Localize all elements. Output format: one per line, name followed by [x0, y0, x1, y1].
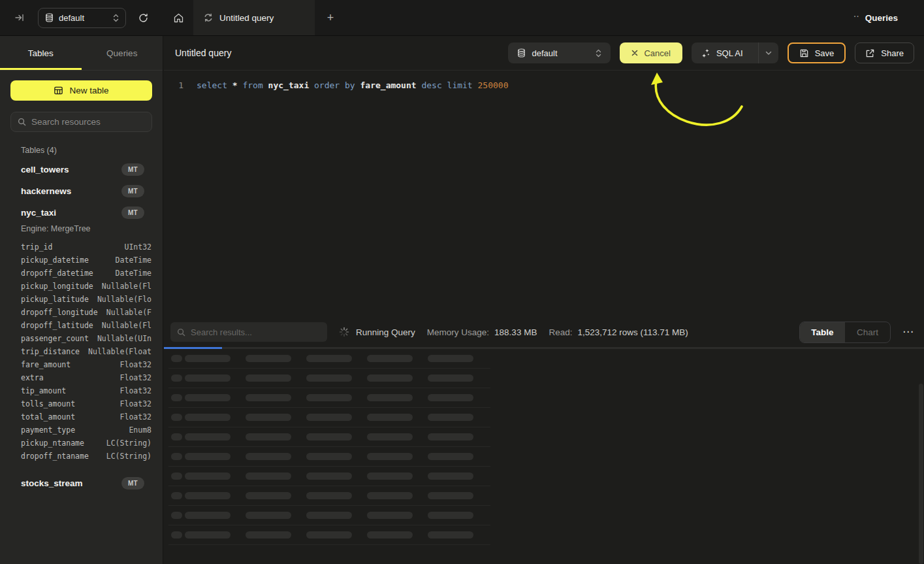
home-button[interactable]	[163, 0, 193, 35]
table-name: hackernews	[21, 186, 71, 196]
column-row[interactable]: pickup_datetimeDateTime	[21, 254, 151, 267]
spinner-icon	[339, 327, 349, 337]
skeleton-row	[168, 369, 490, 388]
skeleton-pill	[185, 394, 231, 401]
skeleton-pill	[428, 473, 473, 480]
search-icon	[177, 328, 185, 337]
skeleton-pill	[185, 512, 231, 519]
sql-token: select	[197, 80, 227, 90]
skeleton-pill	[185, 414, 231, 421]
skeleton-row	[168, 506, 490, 525]
skeleton-pill	[306, 433, 352, 440]
column-row[interactable]: total_amountFloat32	[21, 410, 151, 423]
toggle-table[interactable]: Table	[800, 322, 845, 342]
column-row[interactable]: dropoff_ntanameLC(String)	[21, 450, 151, 463]
column-row[interactable]: pickup_latitudeNullable(Flo	[21, 293, 151, 306]
column-name: tolls_amount	[21, 399, 75, 408]
column-type: UInt32	[124, 242, 151, 252]
new-tab-button[interactable]: +	[315, 0, 346, 35]
table-name: nyc_taxi	[21, 208, 56, 218]
column-row[interactable]: tolls_amountFloat32	[21, 397, 151, 410]
sql-ai-dropdown[interactable]	[758, 42, 778, 63]
skeleton-row	[168, 408, 490, 427]
column-row[interactable]: dropoff_datetimeDateTime	[21, 267, 151, 280]
column-type: Float32	[120, 360, 151, 369]
column-row[interactable]: pickup_longitudeNullable(Fl	[21, 280, 151, 293]
queries-link-label: Queries	[865, 13, 898, 23]
column-type: LC(String)	[106, 439, 151, 448]
query-header: Untitled query default Cancel	[164, 36, 924, 71]
table-row-stocks-stream[interactable]: stocks_stream MT	[10, 473, 152, 494]
queries-link[interactable]: ·· Queries	[853, 0, 924, 35]
search-results-input[interactable]	[191, 327, 321, 337]
sidebar-tab-tables[interactable]: Tables	[0, 36, 82, 70]
tab-untitled-query[interactable]: Untitled query	[193, 0, 315, 35]
column-row[interactable]: trip_distanceNullable(Float	[21, 345, 151, 358]
cancel-button[interactable]: Cancel	[620, 42, 682, 63]
column-name: total_amount	[21, 412, 75, 422]
results-scrollbar[interactable]	[919, 384, 923, 564]
results-search[interactable]	[170, 322, 327, 342]
refresh-icon[interactable]	[135, 10, 151, 26]
table-row-nyc-taxi[interactable]: nyc_taxi MT	[10, 202, 152, 224]
query-database-selector[interactable]: default	[508, 42, 611, 63]
sql-token: order	[314, 80, 340, 90]
column-name: payment_type	[21, 425, 75, 435]
table-row-cell-towers[interactable]: cell_towers MT	[10, 159, 152, 180]
column-row[interactable]: pickup_ntanameLC(String)	[21, 437, 151, 450]
sql-ai-main[interactable]: SQL AI	[692, 42, 752, 63]
skeleton-pill	[171, 414, 182, 421]
more-options-button[interactable]: ⋯	[902, 329, 914, 335]
top-bar: default Untitled query + ·· Queries	[0, 0, 924, 36]
search-resources-input[interactable]	[31, 117, 147, 127]
save-button[interactable]: Save	[788, 42, 846, 63]
database-selector[interactable]: default	[38, 8, 126, 28]
skeleton-pill	[171, 531, 182, 539]
column-type: LC(String)	[106, 452, 151, 461]
skeleton-pill	[185, 433, 231, 440]
resource-search[interactable]	[10, 112, 152, 132]
table-row-hackernews[interactable]: hackernews MT	[10, 180, 152, 202]
column-row[interactable]: payment_typeEnum8	[21, 423, 151, 437]
column-row[interactable]: dropoff_longitudeNullable(F	[21, 306, 151, 319]
database-icon	[517, 48, 526, 58]
column-row[interactable]: trip_idUInt32	[21, 241, 151, 254]
sql-code: select * from nyc_taxi order by fare_amo…	[197, 80, 509, 91]
column-row[interactable]: passenger_countNullable(UIn	[21, 332, 151, 345]
column-row[interactable]: fare_amountFloat32	[21, 358, 151, 371]
skeleton-pill	[428, 374, 473, 382]
main-panel: Untitled query default Cancel	[164, 36, 924, 564]
sidebar-tab-queries[interactable]: Queries	[82, 36, 163, 70]
skeleton-pill	[367, 473, 413, 480]
sql-token	[473, 80, 478, 90]
sql-token: 250000	[478, 80, 509, 90]
save-icon	[799, 48, 809, 58]
database-icon	[45, 13, 54, 22]
skeleton-pill	[246, 374, 291, 382]
sql-ai-label: SQL AI	[716, 48, 743, 58]
column-name: fare_amount	[21, 360, 71, 369]
share-icon	[865, 48, 875, 58]
skeleton-pill	[171, 512, 182, 519]
engine-badge: MT	[121, 163, 144, 176]
skeleton-pill	[428, 492, 473, 499]
column-row[interactable]: dropoff_latitudeNullable(Fl	[21, 319, 151, 332]
toggle-chart[interactable]: Chart	[845, 322, 890, 342]
new-table-button[interactable]: New table	[10, 80, 152, 101]
sql-token: from	[242, 80, 263, 90]
collapse-sidebar-icon[interactable]	[12, 10, 27, 25]
table-name: cell_towers	[21, 165, 69, 174]
results-toolbar: Running Query Memory Usage: 188.33 MB Re…	[164, 317, 924, 347]
skeleton-pill	[367, 414, 413, 421]
column-type: Float32	[120, 386, 151, 395]
column-row[interactable]: extraFloat32	[21, 371, 151, 384]
share-button[interactable]: Share	[855, 42, 914, 63]
sidebar-body: New table Tables (4) cell_towers MT hack…	[0, 71, 163, 494]
sql-ai-button[interactable]: SQL AI	[692, 42, 778, 63]
sql-editor[interactable]: 1 select * from nyc_taxi order by fare_a…	[164, 71, 924, 317]
column-name: trip_id	[21, 242, 52, 252]
column-row[interactable]: tip_amountFloat32	[21, 384, 151, 397]
column-name: trip_distance	[21, 347, 80, 356]
skeleton-row	[168, 349, 490, 369]
topbar-main: Untitled query + ·· Queries	[163, 0, 924, 35]
